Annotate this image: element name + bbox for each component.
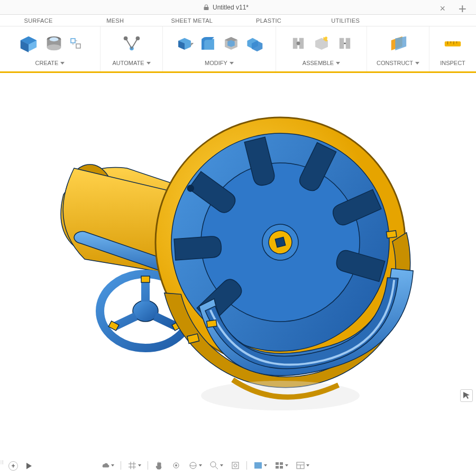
svg-point-36 — [210, 462, 216, 467]
cloud-settings-icon — [100, 461, 110, 470]
presspull-icon[interactable] — [176, 33, 194, 53]
grid-icon — [127, 461, 137, 470]
svg-rect-40 — [276, 462, 279, 465]
group-inspect: INSPECT — [429, 26, 476, 71]
shell-icon[interactable] — [222, 33, 240, 53]
panel-mesh[interactable]: MESH — [77, 17, 153, 24]
panel-utilities[interactable]: UTILITIES — [307, 17, 384, 24]
cylinder-icon[interactable] — [44, 33, 64, 53]
viewport-multi-button[interactable] — [272, 460, 290, 471]
chevron-down-icon — [138, 464, 141, 466]
chevron-down-icon — [306, 464, 309, 466]
svg-point-10 — [324, 36, 327, 39]
viewport-single-icon — [253, 461, 263, 470]
fit-icon — [231, 461, 240, 470]
assemble-menu[interactable]: ASSEMBLE — [303, 58, 340, 68]
svg-point-38 — [234, 464, 237, 467]
chevron-down-icon — [336, 62, 340, 65]
svg-rect-16 — [141, 276, 150, 282]
model-view[interactable] — [32, 84, 455, 433]
svg-rect-11 — [445, 41, 461, 47]
fillet-icon[interactable] — [199, 33, 217, 53]
chevron-down-icon — [60, 62, 65, 65]
chevron-down-icon — [264, 464, 267, 466]
group-construct: CONSTRUCT — [367, 26, 429, 71]
svg-rect-37 — [232, 462, 239, 469]
play-icon — [24, 462, 33, 470]
group-assemble: ASSEMBLE — [276, 26, 367, 71]
display-settings-button[interactable] — [98, 460, 116, 471]
orbit-button[interactable] — [186, 460, 204, 471]
selection-filter-button[interactable] — [460, 389, 473, 402]
svg-point-9 — [296, 41, 300, 45]
group-modify: MODIFY — [163, 26, 276, 71]
chevron-down-icon — [230, 62, 234, 65]
svg-rect-39 — [254, 462, 262, 469]
close-tab-button[interactable]: × — [440, 3, 445, 14]
svg-point-34 — [175, 464, 177, 466]
joint-icon[interactable] — [289, 33, 307, 53]
chevron-down-icon — [220, 464, 223, 466]
chevron-down-icon — [285, 464, 288, 466]
model-canvas[interactable] — [0, 73, 476, 460]
panel-plastic[interactable]: PLASTIC — [230, 17, 307, 24]
svg-rect-42 — [276, 466, 279, 469]
layout-icon — [296, 461, 305, 470]
svg-rect-30 — [207, 320, 217, 327]
ribbon-toolbar: CREATE AUTOMATE MODIFY ASSEMBLE CONSTRUC… — [0, 26, 476, 73]
pan-button[interactable] — [152, 460, 166, 471]
group-create: CREATE — [0, 26, 100, 71]
modify-menu[interactable]: MODIFY — [205, 58, 234, 68]
svg-rect-31 — [386, 231, 396, 238]
look-icon — [171, 461, 181, 470]
viewport-single-button[interactable] — [251, 460, 269, 471]
automate-menu[interactable]: AUTOMATE — [112, 58, 150, 68]
hand-icon — [154, 461, 164, 470]
zoom-button[interactable] — [207, 460, 225, 471]
box-icon[interactable] — [19, 33, 39, 53]
panel-sheet-metal[interactable]: SHEET METAL — [153, 17, 230, 24]
new-component-icon[interactable] — [313, 33, 331, 53]
document-title: Untitled v11* — [213, 4, 249, 11]
chevron-down-icon — [199, 464, 202, 466]
svg-rect-41 — [280, 462, 283, 465]
timeline-expand-button[interactable]: + — [8, 461, 18, 471]
svg-rect-4 — [71, 39, 75, 43]
cursor-icon — [462, 391, 471, 400]
combine-icon[interactable] — [245, 33, 263, 53]
sketch-icon[interactable] — [69, 37, 82, 50]
timeline-play-button[interactable] — [23, 461, 34, 471]
navigation-bar — [95, 459, 315, 472]
measure-icon[interactable] — [443, 33, 463, 53]
panel-surface[interactable]: SURFACE — [0, 17, 77, 24]
lock-icon — [203, 4, 209, 11]
chevron-down-icon — [111, 464, 114, 466]
new-tab-button[interactable]: + — [459, 1, 466, 17]
viewport-layout-button[interactable] — [294, 460, 312, 471]
workspace-panel-tabs: SURFACE MESH SHEET METAL PLASTIC UTILITI… — [0, 15, 476, 26]
construct-menu[interactable]: CONSTRUCT — [377, 58, 419, 68]
zoom-icon — [209, 461, 219, 470]
svg-rect-43 — [280, 466, 283, 469]
look-at-button[interactable] — [169, 460, 183, 471]
svg-point-2 — [47, 44, 61, 50]
viewport-quad-icon — [274, 461, 284, 470]
svg-rect-29 — [275, 237, 285, 247]
chevron-down-icon — [147, 62, 151, 65]
automate-icon[interactable] — [122, 33, 142, 53]
asbuilt-joint-icon[interactable] — [336, 33, 354, 53]
svg-rect-5 — [76, 44, 80, 48]
fit-button[interactable] — [228, 460, 242, 471]
chevron-down-icon — [415, 62, 419, 65]
inspect-menu[interactable]: INSPECT — [440, 58, 465, 68]
orbit-icon — [188, 461, 198, 470]
create-menu[interactable]: CREATE — [35, 58, 65, 68]
grid-settings-button[interactable] — [125, 460, 143, 471]
document-tab[interactable]: Untitled v11* — [196, 0, 256, 14]
plane-icon[interactable] — [388, 33, 408, 53]
group-automate: AUTOMATE — [100, 26, 163, 71]
svg-point-35 — [190, 462, 196, 469]
document-tab-bar: Untitled v11* × + — [0, 0, 476, 15]
svg-point-3 — [49, 37, 58, 41]
